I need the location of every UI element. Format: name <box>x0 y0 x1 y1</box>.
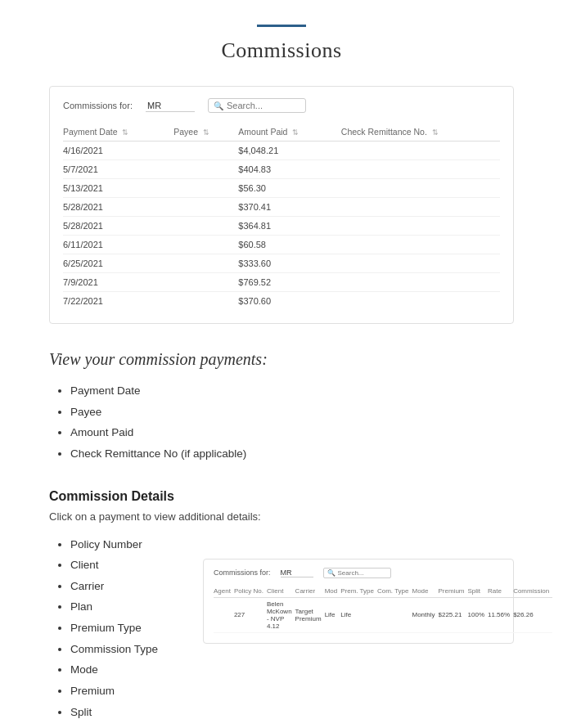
search-icon: 🔍 <box>214 101 223 110</box>
detail-col-header: Rate <box>488 585 513 598</box>
list-item: Mode <box>70 659 187 681</box>
detail-col-header: Mod <box>325 585 341 598</box>
cell-payment-date: 7/22/2021 <box>63 292 173 311</box>
sort-icon-payee: ⇅ <box>203 128 209 137</box>
table-row[interactable]: 7/9/2021 $769.52 <box>63 273 500 292</box>
sort-icon-amount-paid: ⇅ <box>292 128 299 137</box>
list-item: Client <box>70 555 187 576</box>
cell-amount-paid: $769.52 <box>238 273 340 292</box>
cell-payment-date: 5/13/2021 <box>63 179 173 198</box>
detail-table-cell: Target Premium <box>295 597 325 632</box>
table-row[interactable]: 5/28/2021 $370.41 <box>63 198 500 217</box>
cell-check-remittance <box>341 254 500 273</box>
list-item: Split <box>70 702 187 723</box>
list-item: Payment Date <box>70 380 514 402</box>
page-title: Commissions <box>49 38 514 63</box>
cell-check-remittance <box>341 160 500 179</box>
cell-check-remittance <box>341 273 500 292</box>
cell-payee <box>173 254 238 273</box>
list-item: Plan <box>70 596 187 618</box>
detail-table-cell: Life <box>325 597 341 632</box>
cell-payee <box>173 160 238 179</box>
search-input[interactable] <box>227 101 300 110</box>
cell-payee <box>173 236 238 254</box>
detail-search-wrapper: 🔍 <box>323 568 391 578</box>
details-columns: Policy NumberClientCarrierPlanPremium Ty… <box>49 534 514 728</box>
detail-search-input[interactable] <box>338 569 387 577</box>
cell-check-remittance <box>341 179 500 198</box>
cell-amount-paid: $404.83 <box>238 160 340 179</box>
detail-table-cell: Belen McKown - NVP 4.12 <box>267 597 295 632</box>
col-payee[interactable]: Payee ⇅ <box>173 123 238 142</box>
detail-col-header: Agent <box>214 585 234 598</box>
list-item: Policy Number <box>70 534 187 555</box>
detail-table-cell <box>377 597 412 632</box>
cell-payee <box>173 142 238 160</box>
list-item: Rate <box>70 722 187 728</box>
details-title: Commission Details <box>49 489 514 504</box>
detail-col-header: Carrier <box>295 585 325 598</box>
detail-col-header: Mode <box>412 585 439 598</box>
detail-preview: Commissions for: 🔍 AgentPolicy No.Client… <box>203 559 514 644</box>
detail-col-header: Policy No. <box>234 585 267 598</box>
detail-table: AgentPolicy No.ClientCarrierModPrem. Typ… <box>214 585 552 633</box>
col-amount-paid[interactable]: Amount Paid ⇅ <box>238 123 340 142</box>
detail-table-cell: $225.21 <box>439 597 468 632</box>
commissions-table: Payment Date ⇅ Payee ⇅ Amount Paid ⇅ Che… <box>63 123 500 310</box>
detail-table-header-row: AgentPolicy No.ClientCarrierModPrem. Typ… <box>214 585 552 598</box>
cell-payee <box>173 292 238 311</box>
detail-preview-label: Commissions for: <box>214 568 271 577</box>
list-item: Premium Type <box>70 618 187 639</box>
view-title: View your commission payments: <box>49 350 514 369</box>
col-check-remittance[interactable]: Check Remittance No. ⇅ <box>341 123 500 142</box>
detail-table-cell: 227 <box>234 597 267 632</box>
table-controls: Commissions for: 🔍 <box>63 98 500 113</box>
cell-payment-date: 6/11/2021 <box>63 236 173 254</box>
details-section: Commission Details Click on a payment to… <box>49 489 514 728</box>
cell-check-remittance <box>341 142 500 160</box>
page-container: Commissions Commissions for: 🔍 Payment D… <box>0 0 563 728</box>
table-row[interactable]: 5/28/2021 $364.81 <box>63 217 500 236</box>
cell-payment-date: 5/28/2021 <box>63 217 173 236</box>
detail-col-header: Com. Type <box>377 585 412 598</box>
view-feature-list: Payment DatePayeeAmount PaidCheck Remitt… <box>49 380 514 465</box>
cell-amount-paid: $364.81 <box>238 217 340 236</box>
cell-payee <box>173 198 238 217</box>
cell-payee <box>173 217 238 236</box>
commissions-for-input[interactable] <box>146 100 195 112</box>
table-row[interactable]: 6/25/2021 $333.60 <box>63 254 500 273</box>
cell-amount-paid: $333.60 <box>238 254 340 273</box>
cell-amount-paid: $4,048.21 <box>238 142 340 160</box>
detail-preview-input[interactable] <box>281 568 313 577</box>
list-item: Commission Type <box>70 639 187 660</box>
detail-table-cell: 11.56% <box>488 597 513 632</box>
list-item: Premium <box>70 681 187 702</box>
view-section: View your commission payments: Payment D… <box>49 350 514 465</box>
col-payment-date[interactable]: Payment Date ⇅ <box>63 123 173 142</box>
cell-payment-date: 4/16/2021 <box>63 142 173 160</box>
commissions-table-section: Commissions for: 🔍 Payment Date ⇅ Payee … <box>49 86 514 324</box>
detail-table-cell: $26.26 <box>513 597 552 632</box>
detail-search-icon: 🔍 <box>327 569 336 577</box>
table-row[interactable]: 4/16/2021 $4,048.21 <box>63 142 500 160</box>
table-row[interactable]: 5/7/2021 $404.83 <box>63 160 500 179</box>
cell-payment-date: 6/25/2021 <box>63 254 173 273</box>
list-item: Carrier <box>70 576 187 597</box>
detail-table-row[interactable]: 227Belen McKown - NVP 4.12Target Premium… <box>214 597 552 632</box>
detail-table-cell: 100% <box>468 597 488 632</box>
detail-table-cell <box>214 597 234 632</box>
cell-check-remittance <box>341 292 500 311</box>
table-row[interactable]: 7/22/2021 $370.60 <box>63 292 500 311</box>
cell-check-remittance <box>341 236 500 254</box>
cell-payment-date: 5/7/2021 <box>63 160 173 179</box>
table-header-row: Payment Date ⇅ Payee ⇅ Amount Paid ⇅ Che… <box>63 123 500 142</box>
detail-preview-controls: Commissions for: 🔍 <box>214 568 503 578</box>
search-wrapper: 🔍 <box>208 98 306 113</box>
cell-payment-date: 5/28/2021 <box>63 198 173 217</box>
list-item: Check Remittance No (if applicable) <box>70 443 514 465</box>
cell-amount-paid: $370.60 <box>238 292 340 311</box>
table-row[interactable]: 5/13/2021 $56.30 <box>63 179 500 198</box>
table-row[interactable]: 6/11/2021 $60.58 <box>63 236 500 254</box>
cell-amount-paid: $60.58 <box>238 236 340 254</box>
cell-check-remittance <box>341 198 500 217</box>
